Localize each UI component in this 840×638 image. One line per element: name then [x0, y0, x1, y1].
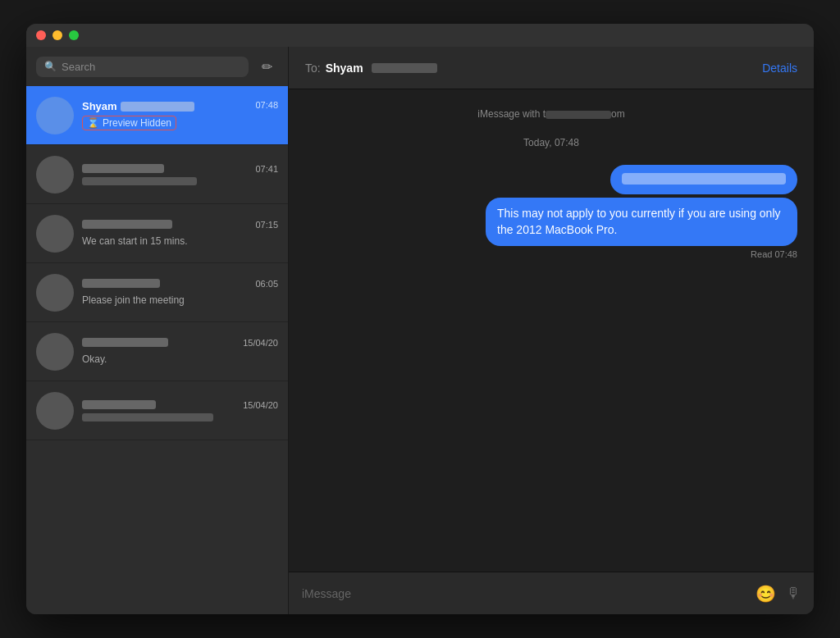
list-item[interactable]: 15/04/20	[26, 381, 288, 440]
search-box[interactable]: 🔍 Search	[36, 57, 249, 77]
conv-time: 07:41	[255, 164, 278, 174]
avatar	[36, 156, 74, 194]
avatar	[36, 215, 74, 253]
sidebar-header: 🔍 Search ✏	[26, 47, 288, 86]
name-redacted-bar	[82, 400, 156, 409]
conv-preview: We can start in 15 mins.	[82, 235, 188, 247]
traffic-lights	[36, 30, 79, 40]
message-input[interactable]: iMessage	[302, 587, 746, 600]
conv-preview	[82, 413, 278, 422]
search-label: Search	[62, 61, 95, 73]
to-label: To:	[305, 62, 321, 75]
name-redacted-bar	[82, 220, 172, 229]
avatar	[36, 274, 74, 312]
conv-top: 06:05	[82, 279, 278, 289]
conv-time: 06:05	[255, 279, 278, 289]
chat-input-bar: iMessage 😊 🎙	[289, 572, 814, 614]
list-item[interactable]: 07:41	[26, 145, 288, 204]
conv-name	[82, 164, 164, 173]
conv-time: 07:15	[255, 220, 278, 230]
conv-details: 15/04/20 Okay.	[82, 338, 278, 366]
name-text: Shyam	[82, 100, 117, 112]
conversation-list: Shyam 07:48 ⌛ Preview Hidden	[26, 86, 288, 614]
message-bubble-wrap: This may not apply to you currently if y…	[305, 165, 797, 259]
list-item[interactable]: 07:15 We can start in 15 mins.	[26, 204, 288, 263]
conv-details: 15/04/20	[82, 400, 278, 422]
titlebar	[26, 24, 814, 47]
recipient-name-redacted	[372, 63, 437, 73]
domain-redacted	[546, 111, 611, 119]
bubble-redacted	[622, 173, 786, 185]
conv-name	[82, 279, 160, 288]
conv-details: 07:41	[82, 164, 278, 185]
message-bubble	[610, 165, 797, 194]
message-bubble: This may not apply to you currently if y…	[486, 198, 797, 246]
conv-name	[82, 338, 168, 347]
name-redacted-bar	[82, 164, 164, 173]
conv-details: Shyam 07:48 ⌛ Preview Hidden	[82, 100, 278, 130]
name-redacted-bar	[82, 338, 168, 347]
conv-time: 07:48	[255, 100, 278, 110]
conv-time: 15/04/20	[243, 400, 278, 410]
search-icon: 🔍	[44, 61, 57, 72]
avatar	[36, 392, 74, 430]
details-button[interactable]: Details	[762, 62, 797, 75]
sidebar: 🔍 Search ✏ Shyam 07:48	[26, 47, 289, 614]
message-text: This may not apply to you currently if y…	[497, 207, 781, 236]
avatar	[36, 333, 74, 371]
list-item[interactable]: 15/04/20 Okay.	[26, 322, 288, 381]
conv-time: 15/04/20	[243, 338, 278, 348]
system-info: iMessage with tom	[305, 106, 797, 121]
conv-top: 15/04/20	[82, 400, 278, 410]
preview-hidden-text: Preview Hidden	[103, 117, 171, 129]
list-item[interactable]: 06:05 Please join the meeting	[26, 263, 288, 322]
audio-icon[interactable]: 🎙	[786, 585, 801, 602]
maximize-button[interactable]	[69, 30, 79, 40]
conv-top: 07:15	[82, 220, 278, 230]
name-redacted-bar	[121, 102, 194, 112]
conv-top: 07:41	[82, 164, 278, 174]
conv-preview: Okay.	[82, 353, 107, 365]
minimize-button[interactable]	[52, 30, 62, 40]
emoji-icon[interactable]: 😊	[756, 584, 776, 604]
close-button[interactable]	[36, 30, 46, 40]
messages-area: iMessage with tom Today, 07:48 This may …	[289, 89, 814, 572]
conv-name	[82, 400, 156, 409]
conv-name: Shyam	[82, 100, 194, 112]
chat-header-left: To: Shyam	[305, 62, 437, 75]
imessage-label: iMessage with tom	[477, 108, 624, 120]
avatar	[36, 97, 74, 134]
hourglass-icon: ⌛	[87, 117, 99, 129]
conv-details: 06:05 Please join the meeting	[82, 279, 278, 307]
app-window: 🔍 Search ✏ Shyam 07:48	[26, 24, 814, 614]
list-item[interactable]: Shyam 07:48 ⌛ Preview Hidden	[26, 86, 288, 145]
compose-button[interactable]: ✏	[255, 55, 278, 78]
conv-top: Shyam 07:48	[82, 100, 278, 112]
conv-preview: Please join the meeting	[82, 294, 185, 306]
preview-hidden-badge: ⌛ Preview Hidden	[82, 116, 176, 130]
main-content: 🔍 Search ✏ Shyam 07:48	[26, 47, 814, 614]
conv-name	[82, 220, 172, 229]
conv-preview	[82, 177, 278, 185]
name-redacted-bar	[82, 279, 160, 288]
chat-panel: To: Shyam Details iMessage with tom Toda…	[289, 47, 814, 614]
date-label: Today, 07:48	[305, 137, 797, 148]
conv-details: 07:15 We can start in 15 mins.	[82, 220, 278, 248]
recipient-name: Shyam	[326, 62, 363, 75]
conv-top: 15/04/20	[82, 338, 278, 348]
chat-header: To: Shyam Details	[289, 47, 814, 89]
read-receipt: Read 07:48	[751, 249, 797, 259]
